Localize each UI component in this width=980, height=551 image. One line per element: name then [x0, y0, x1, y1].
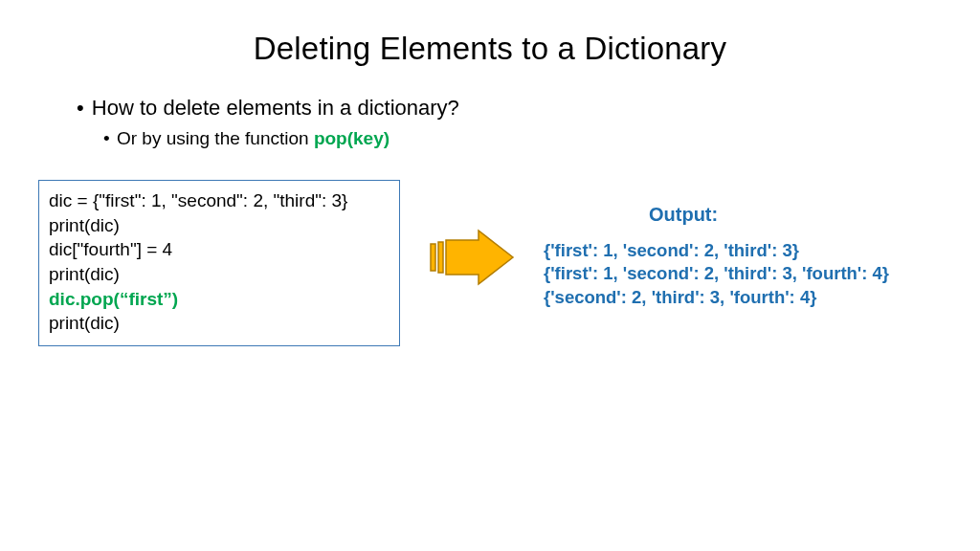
svg-rect-0	[431, 244, 435, 271]
code-line-1: dic = {"first": 1, "second": 2, "third":…	[49, 188, 390, 213]
svg-marker-2	[446, 231, 513, 284]
bullet-main: How to delete elements in a dictionary?	[77, 96, 980, 121]
code-box: dic = {"first": 1, "second": 2, "third":…	[38, 180, 400, 346]
code-line-6: print(dic)	[49, 311, 390, 336]
output-line-3: {'second': 2, 'third': 3, 'fourth': 4}	[544, 286, 961, 309]
output-label: Output:	[544, 204, 961, 226]
output-line-2: {'first': 1, 'second': 2, 'third': 3, 'f…	[544, 262, 961, 285]
code-line-2: print(dic)	[49, 213, 390, 238]
pop-function: pop(key)	[314, 128, 390, 148]
code-line-4: print(dic)	[49, 262, 390, 287]
code-line-3: dic["fourth"] = 4	[49, 237, 390, 262]
slide-title: Deleting Elements to a Dictionary	[0, 0, 980, 67]
svg-rect-1	[438, 242, 443, 273]
bullet-sub: Or by using the function pop(key)	[103, 128, 980, 149]
output-line-1: {'first': 1, 'second': 2, 'third': 3}	[544, 239, 961, 262]
code-line-5-pop: dic.pop(“first”)	[49, 287, 390, 312]
bullet-list: How to delete elements in a dictionary? …	[0, 67, 980, 149]
arrow-icon	[400, 229, 544, 286]
output-block: Output: {'first': 1, 'second': 2, 'third…	[544, 204, 961, 309]
bullet-sub-prefix: Or by using the function	[117, 128, 314, 148]
